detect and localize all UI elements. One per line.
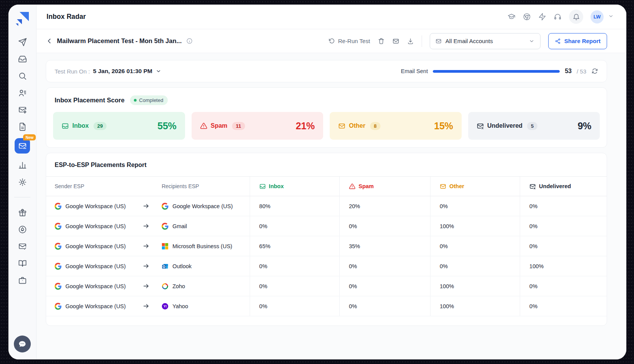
placement-score-title: Inbox Placement Score (55, 97, 125, 104)
sidebar-item-settings[interactable] (15, 175, 30, 189)
other-value: 0% (430, 196, 520, 216)
sidebar-item-inbox-radar-active[interactable]: New (15, 138, 30, 154)
sidebar-item-send[interactable] (15, 35, 30, 48)
sidebar-item-email-check[interactable] (15, 240, 30, 253)
lightning-icon (538, 13, 546, 21)
sender-esp-label: Google Workspace (US) (65, 263, 126, 269)
inbox-value: 0% (250, 296, 339, 316)
test-title: Mailwarm Placement Test - Mon 5th Jan... (57, 37, 182, 45)
test-run-card: Test Run On : 5 Jan, 2026 01:30 PM Email… (46, 60, 607, 82)
recipient-esp-label: Zoho (172, 283, 185, 289)
inbox-score-label: Inbox (72, 122, 89, 129)
mail-x-icon (529, 183, 536, 190)
sidebar-item-knowledge-base[interactable] (15, 257, 30, 270)
table-row[interactable]: Google Workspace (US) Zoho 0% 0% 100% 0% (46, 276, 607, 296)
extension-button[interactable] (523, 13, 531, 21)
column-other-label: Other (449, 183, 464, 189)
inbox-value: 65% (250, 236, 339, 256)
refresh-progress-button[interactable] (591, 68, 598, 75)
recipient-esp-icon (162, 283, 169, 290)
test-run-select[interactable]: Test Run On : 5 Jan, 2026 01:30 PM (55, 68, 162, 75)
back-button[interactable] (46, 37, 53, 45)
chevron-down-icon (529, 38, 535, 44)
rerun-test-button[interactable]: Re-Run Test (329, 38, 370, 44)
support-button[interactable] (554, 13, 562, 21)
table-row[interactable]: Google Workspace (US) Outlook 0% 0% 0% 1… (46, 256, 607, 276)
column-recipients-esp: Recipients ESP (162, 177, 250, 196)
table-row[interactable]: Google Workspace (US) Gmail 0% 0% 100% 0… (46, 216, 607, 236)
esp-report-title: ESP-to-ESP Placements Report (46, 162, 607, 169)
spam-score-count: 11 (232, 122, 245, 130)
chevron-down-icon (155, 68, 162, 74)
chat-support-button[interactable] (14, 336, 31, 352)
inbox-icon (62, 122, 69, 130)
email-accounts-value: All Email Accounts (445, 38, 525, 44)
notifications-button[interactable] (569, 10, 583, 24)
sender-esp-label: Google Workspace (US) (65, 203, 126, 209)
column-inbox: Inbox (250, 177, 339, 196)
status-label: Completed (139, 97, 164, 103)
email-sent-total: / 53 (577, 68, 586, 75)
recipient-esp-icon (162, 203, 169, 210)
sidebar-item-documents[interactable] (15, 120, 30, 133)
sidebar-item-workspace[interactable] (15, 274, 30, 287)
new-badge: New (23, 134, 36, 140)
academy-button[interactable] (507, 13, 516, 21)
arrow-right-icon (143, 276, 162, 296)
delete-report-button[interactable] (378, 38, 385, 45)
column-sender-esp: Sender ESP (46, 177, 143, 196)
info-icon (186, 38, 193, 44)
mail-gear-icon (18, 105, 27, 114)
other-score-card: Other 8 15% (330, 112, 462, 140)
email-report-button[interactable] (392, 38, 399, 45)
book-icon (18, 259, 27, 268)
recipient-esp-label: Microsoft Business (US) (172, 243, 232, 249)
table-row[interactable]: Google Workspace (US) Y! Yahoo 0% 0% 100… (46, 296, 607, 316)
alert-triangle-icon (200, 122, 207, 130)
mail-check-icon (18, 242, 27, 251)
sidebar-item-email-settings[interactable] (15, 103, 30, 116)
esp-table-header: Sender ESP Recipients ESP Inbox Spam (46, 176, 607, 196)
other-value: 0% (430, 236, 520, 256)
inbox-value: 0% (250, 216, 339, 236)
share-report-button[interactable]: Share Report (548, 33, 607, 49)
user-avatar[interactable]: LW (591, 10, 604, 23)
other-value: 0% (430, 256, 520, 276)
spam-value: 0% (339, 296, 430, 316)
sidebar-item-analytics[interactable] (15, 159, 30, 172)
rerun-test-label: Re-Run Test (338, 38, 370, 44)
table-row[interactable]: Google Workspace (US) Microsoft Business… (46, 236, 607, 256)
column-undelivered: Undelivered (520, 177, 607, 196)
test-run-value: 5 Jan, 2026 01:30 PM (93, 68, 152, 75)
email-sent-count: 53 (565, 68, 572, 75)
sidebar-item-search[interactable] (15, 69, 30, 82)
main-area: Inbox Radar LW (37, 5, 626, 359)
sidebar-item-rewards[interactable] (15, 206, 30, 219)
sidebar-item-warmup[interactable] (15, 223, 30, 236)
column-spam: Spam (339, 177, 430, 196)
sender-esp-icon (55, 303, 62, 310)
chrome-icon (523, 13, 531, 21)
undelivered-value: 0% (520, 196, 607, 216)
sidebar-item-contacts[interactable] (15, 86, 30, 99)
send-icon (18, 38, 27, 47)
column-arrow-spacer (143, 177, 162, 196)
spam-score-card: Spam 11 21% (192, 112, 324, 140)
column-spam-label: Spam (359, 183, 374, 189)
table-row[interactable]: Google Workspace (US) Google Workspace (… (46, 196, 607, 216)
sender-esp-icon (55, 203, 62, 210)
arrow-right-icon (143, 216, 162, 236)
undelivered-value: 0% (520, 276, 607, 296)
chevron-left-icon (46, 37, 53, 45)
account-menu-button[interactable] (608, 13, 614, 20)
download-report-button[interactable] (407, 38, 414, 45)
email-accounts-select[interactable]: All Email Accounts (430, 33, 541, 49)
sidebar: New (8, 5, 37, 359)
info-button[interactable] (186, 38, 193, 44)
quick-actions-button[interactable] (538, 13, 546, 21)
sidebar-item-inbox[interactable] (15, 52, 30, 65)
recipient-esp-icon (162, 243, 169, 250)
undelivered-score-card: Undelivered 5 9% (468, 112, 600, 140)
other-value: 100% (430, 276, 520, 296)
inbox-score-card: Inbox 29 55% (53, 112, 185, 140)
